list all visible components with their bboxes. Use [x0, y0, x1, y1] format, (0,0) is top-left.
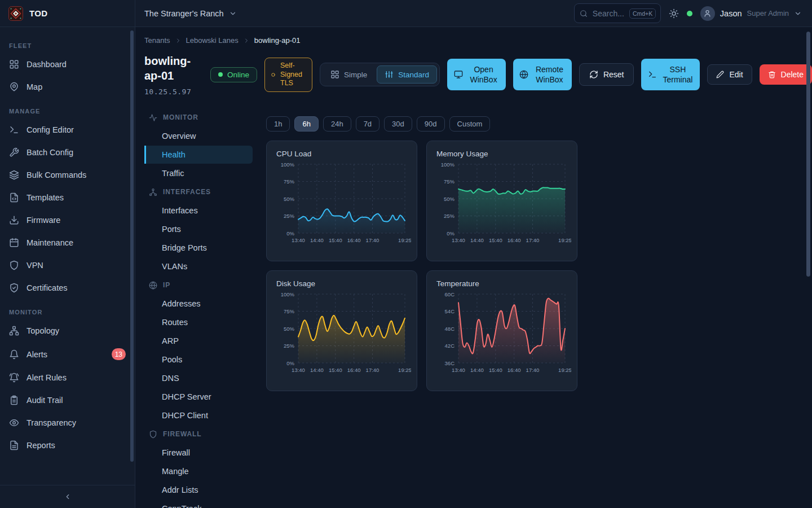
online-dot-icon	[218, 72, 223, 77]
subnav-item-dns[interactable]: DNS	[144, 369, 253, 387]
svg-text:13:40: 13:40	[452, 367, 465, 373]
subnav-item-vlans[interactable]: VLANs	[144, 257, 253, 275]
svg-text:19:25: 19:25	[398, 237, 411, 243]
subnav-item-ports[interactable]: Ports	[144, 220, 253, 238]
subnav-item-dhcp-client[interactable]: DHCP Client	[144, 406, 253, 424]
sidebar-item-batch-config[interactable]: Batch Config	[0, 141, 135, 164]
sidebar-item-config-editor[interactable]: Config Editor	[0, 119, 135, 141]
sidebar-item-firmware[interactable]: Firmware	[0, 209, 135, 231]
time-range-24h[interactable]: 24h	[323, 116, 351, 132]
sidebar-item-templates[interactable]: Templates	[0, 186, 135, 209]
layers-icon	[9, 170, 19, 180]
user-icon	[703, 9, 712, 17]
breadcrumb-tenant[interactable]: Lebowski Lanes	[186, 36, 239, 45]
sidebar-item-alerts[interactable]: Alerts13	[0, 342, 135, 366]
sidebar-item-map[interactable]: Map	[0, 76, 135, 98]
svg-text:0%: 0%	[286, 360, 294, 366]
sidebar-item-topology[interactable]: Topology	[0, 319, 135, 342]
svg-text:60C: 60C	[445, 291, 455, 297]
svg-text:0%: 0%	[447, 230, 454, 236]
svg-text:48C: 48C	[445, 325, 455, 331]
subnav-item-mangle[interactable]: Mangle	[144, 462, 253, 480]
sidebar-item-certificates[interactable]: Certificates	[0, 277, 135, 299]
reset-button[interactable]: Reset	[579, 63, 634, 86]
search-input[interactable]: Search... Cmd+K	[574, 3, 661, 23]
sidebar-item-vpn[interactable]: VPN	[0, 254, 135, 277]
calendar-icon	[9, 238, 19, 248]
time-range-30d[interactable]: 30d	[384, 116, 412, 132]
chart-title: CPU Load	[276, 150, 410, 158]
sidebar-item-audit-trail[interactable]: Audit Trail	[0, 389, 135, 411]
sidebar-item-label: Bulk Commands	[27, 170, 86, 179]
svg-text:36C: 36C	[445, 360, 455, 366]
sidebar-item-label: Firmware	[27, 216, 60, 225]
sidebar-item-bulk-commands[interactable]: Bulk Commands	[0, 164, 135, 186]
subnav-section-label-monitor: MONITOR	[144, 108, 253, 126]
breadcrumb-tenants[interactable]: Tenants	[144, 36, 170, 45]
svg-text:25%: 25%	[284, 343, 295, 349]
subnav-item-health[interactable]: Health	[144, 146, 253, 164]
subnav-item-interfaces[interactable]: Interfaces	[144, 202, 253, 220]
delete-button[interactable]: Delete	[760, 64, 812, 85]
time-range-7d[interactable]: 7d	[356, 116, 379, 132]
sidebar-item-label: Alerts	[27, 350, 47, 359]
disk-usage-chart: 100%75%50%25%0%13:4014:4015:4016:4017:40…	[273, 290, 411, 379]
sidebar-item-maintenance[interactable]: Maintenance	[0, 231, 135, 254]
sidebar-item-alert-rules[interactable]: Alert Rules	[0, 366, 135, 389]
sidebar-item-dashboard[interactable]: Dashboard	[0, 53, 135, 76]
memory-usage-card: Memory Usage100%75%50%25%0%13:4014:4015:…	[426, 141, 577, 261]
user-role: Super Admin	[747, 9, 789, 17]
subnav-item-dhcp-server[interactable]: DHCP Server	[144, 388, 253, 406]
dashboard-icon	[9, 59, 19, 69]
chevron-down-icon	[229, 10, 237, 17]
sidebar: FLEETDashboardMapMANAGEConfig EditorBatc…	[0, 27, 135, 508]
remote-winbox-label: Remote WinBox	[533, 64, 565, 85]
subnav-item-pools[interactable]: Pools	[144, 351, 253, 369]
view-mode-standard[interactable]: Standard	[377, 65, 437, 84]
open-winbox-button[interactable]: Open WinBox	[447, 59, 506, 90]
subnav-item-addresses[interactable]: Addresses	[144, 295, 253, 313]
subnav-item-arp[interactable]: ARP	[144, 332, 253, 350]
tenant-selector[interactable]: The Stranger's Ranch	[144, 9, 237, 18]
user-menu[interactable]: Jason Super Admin	[700, 6, 802, 21]
disk-usage-card: Disk Usage100%75%50%25%0%13:4014:4015:40…	[266, 270, 417, 391]
sidebar-item-reports[interactable]: Reports	[0, 434, 135, 457]
sidebar-collapse-button[interactable]	[0, 485, 135, 508]
sidebar-item-label: Batch Config	[27, 148, 73, 157]
svg-text:14:40: 14:40	[310, 367, 324, 373]
time-range-1h[interactable]: 1h	[266, 116, 290, 132]
time-range-90d[interactable]: 90d	[417, 116, 445, 132]
sidebar-item-transparency[interactable]: Transparency	[0, 411, 135, 434]
device-subnav: MONITOROverviewHealthTrafficINTERFACESIn…	[144, 108, 253, 508]
subnav-item-traffic[interactable]: Traffic	[144, 164, 253, 182]
user-name: Jason	[720, 9, 742, 18]
edit-label: Edit	[729, 69, 743, 80]
subnav-item-overview[interactable]: Overview	[144, 127, 253, 145]
sidebar-scrollbar[interactable]	[130, 30, 134, 462]
cpu-load-chart: 100%75%50%25%0%13:4014:4015:4016:4017:40…	[273, 160, 411, 249]
svg-text:15:40: 15:40	[489, 237, 502, 243]
breadcrumb-current: bowling-ap-01	[254, 36, 301, 45]
circle-icon	[270, 72, 276, 78]
ssh-terminal-label: SSH Terminal	[662, 64, 694, 85]
subnav-item-firewall[interactable]: Firewall	[144, 444, 253, 462]
subnav-item-bridge-ports[interactable]: Bridge Ports	[144, 239, 253, 257]
ssh-terminal-button[interactable]: SSH Terminal	[641, 59, 700, 90]
refresh-icon	[589, 70, 598, 79]
time-range-custom[interactable]: Custom	[449, 116, 491, 132]
subnav-section-label-ip: IP	[144, 276, 253, 294]
svg-text:17:40: 17:40	[366, 367, 379, 373]
edit-button[interactable]: Edit	[707, 64, 752, 85]
subnav-item-addr-lists[interactable]: Addr Lists	[144, 481, 253, 499]
shield-icon	[9, 260, 19, 270]
svg-text:13:40: 13:40	[452, 237, 465, 243]
remote-winbox-button[interactable]: Remote WinBox	[513, 59, 572, 90]
theme-toggle-button[interactable]	[669, 8, 679, 19]
view-mode-simple[interactable]: Simple	[323, 65, 375, 84]
subnav-item-routes[interactable]: Routes	[144, 313, 253, 331]
subnav-item-conntrack[interactable]: ConnTrack	[144, 500, 253, 508]
time-range-6h[interactable]: 6h	[294, 116, 318, 132]
main-scrollbar[interactable]	[806, 32, 810, 277]
brand: TOD	[0, 0, 135, 27]
charts-grid: CPU Load100%75%50%25%0%13:4014:4015:4016…	[266, 141, 577, 391]
